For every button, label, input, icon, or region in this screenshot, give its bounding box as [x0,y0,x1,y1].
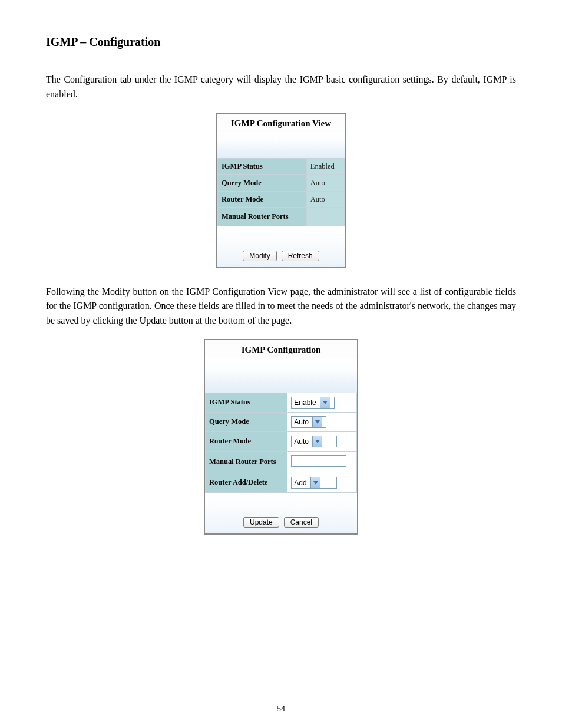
row-value-manual-ports [306,207,344,226]
igmp-status-select[interactable]: Enable [291,397,335,409]
table-row: IGMP Status Enable [206,393,357,412]
igmp-view-title: IGMP Configuration View [217,116,345,132]
row-input-router-mode: Auto [287,431,357,451]
table-row: Router Mode Auto [218,191,345,207]
igmp-view-table: IGMP Status Enabled Query Mode Auto Rout… [217,158,345,226]
query-mode-select[interactable]: Auto [291,416,326,428]
figure-igmp-config: IGMP Configuration IGMP Status Enable [46,339,516,535]
row-value-igmp-status: Enabled [306,158,344,174]
figure-igmp-view: IGMP Configuration View IGMP Status Enab… [46,113,516,268]
table-row: Query Mode Auto [218,174,345,191]
row-input-igmp-status: Enable [287,393,357,412]
intro-paragraph: The Configuration tab under the IGMP cat… [46,73,516,102]
igmp-config-panel: IGMP Configuration IGMP Status Enable [204,339,358,535]
document-page: IGMP – Configuration The Configuration t… [0,0,562,728]
query-mode-select-value: Auto [292,417,312,427]
igmp-status-select-value: Enable [292,397,319,408]
row-label-router-add-delete: Router Add/Delete [206,473,287,492]
table-row: Router Add/Delete Add [206,473,357,492]
row-value-router-mode: Auto [306,191,344,207]
refresh-button[interactable]: Refresh [282,251,319,261]
page-number: 54 [0,704,562,714]
igmp-config-title: IGMP Configuration [205,342,357,358]
panel-button-row: Update Cancel [205,493,357,533]
router-add-delete-select[interactable]: Add [291,477,337,489]
chevron-down-icon [310,477,320,488]
cancel-button[interactable]: Cancel [284,517,319,528]
row-label-router-mode: Router Mode [206,431,287,451]
row-label-igmp-status: IGMP Status [218,158,307,174]
igmp-view-panel: IGMP Configuration View IGMP Status Enab… [216,113,346,268]
panel-gradient [217,132,345,158]
table-row: Manual Router Ports [218,207,345,226]
manual-router-ports-input[interactable] [291,455,346,467]
table-row: Query Mode Auto [206,412,357,431]
row-label-router-mode: Router Mode [218,191,307,207]
row-value-query-mode: Auto [306,174,344,191]
row-label-igmp-status: IGMP Status [206,393,287,412]
panel-button-row: Modify Refresh [217,226,345,267]
table-row: Manual Router Ports [206,451,357,473]
table-row: Router Mode Auto [206,431,357,451]
chevron-down-icon [320,397,330,408]
chevron-down-icon [312,436,322,447]
row-input-query-mode: Auto [287,412,357,431]
row-label-manual-ports: Manual Router Ports [206,451,287,473]
middle-paragraph: Following the Modify button on the IGMP … [46,285,516,328]
table-row: IGMP Status Enabled [218,158,345,174]
router-mode-select[interactable]: Auto [291,436,337,447]
chevron-down-icon [312,417,322,427]
section-heading: IGMP – Configuration [46,35,516,49]
row-label-manual-ports: Manual Router Ports [218,207,307,226]
update-button[interactable]: Update [243,517,279,528]
row-input-manual-ports [287,451,357,473]
row-input-router-add-delete: Add [287,473,357,492]
row-label-query-mode: Query Mode [206,412,287,431]
row-label-query-mode: Query Mode [218,174,307,191]
router-mode-select-value: Auto [292,436,312,447]
modify-button[interactable]: Modify [243,251,276,261]
panel-gradient [205,358,357,393]
router-add-delete-select-value: Add [292,477,310,488]
igmp-config-table: IGMP Status Enable Query Mode [205,393,357,493]
